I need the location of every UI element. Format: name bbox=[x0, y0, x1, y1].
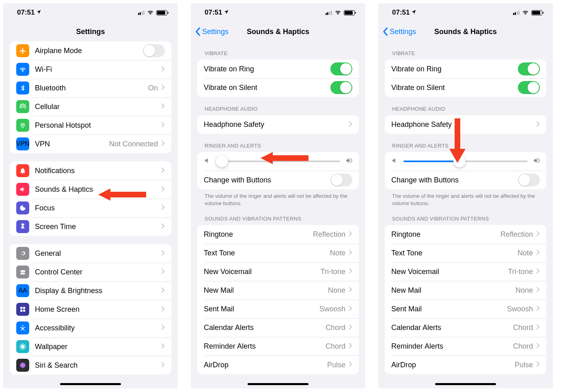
row-label: New Voicemail bbox=[204, 268, 321, 276]
status-time: 07:51 bbox=[392, 9, 410, 17]
chevron-right-icon bbox=[161, 268, 165, 276]
toggle-switch[interactable] bbox=[518, 81, 540, 94]
sound-pattern-row[interactable]: Sent Mail Swoosh bbox=[197, 300, 359, 318]
chevron-right-icon bbox=[349, 343, 352, 350]
sound-pattern-row[interactable]: AirDrop Pulse bbox=[385, 356, 546, 374]
settings-row[interactable]: Wallpaper bbox=[10, 337, 171, 356]
settings-row[interactable]: Notifications bbox=[10, 161, 171, 180]
row-value: Note bbox=[330, 249, 345, 257]
sound-pattern-row[interactable]: Calendar Alerts Chord bbox=[385, 318, 546, 337]
row-label: Bluetooth bbox=[35, 84, 148, 92]
settings-row[interactable]: Wi-Fi bbox=[10, 60, 171, 79]
chevron-right-icon bbox=[161, 362, 165, 369]
ringer-volume-slider-row bbox=[385, 152, 546, 171]
list-row[interactable]: Vibrate on Ring bbox=[385, 60, 546, 78]
row-label: Notifications bbox=[35, 167, 161, 175]
settings-row[interactable]: General bbox=[10, 244, 171, 263]
settings-row[interactable]: Home Screen bbox=[10, 300, 171, 319]
location-icon bbox=[411, 9, 416, 17]
sound-pattern-row[interactable]: New Mail None bbox=[385, 281, 546, 300]
section-header-patterns: SOUNDS AND VIBRATION PATTERNS bbox=[191, 207, 365, 225]
airplane-icon bbox=[16, 44, 29, 57]
volume-high-icon bbox=[533, 157, 540, 166]
settings-row[interactable]: Airplane Mode bbox=[10, 41, 171, 60]
settings-row[interactable]: Siri & Search bbox=[10, 356, 171, 375]
row-label: Text Tone bbox=[204, 249, 330, 257]
row-label: AirDrop bbox=[391, 361, 515, 369]
ringer-volume-slider[interactable] bbox=[216, 161, 340, 162]
location-icon bbox=[224, 9, 229, 17]
footer-note: The volume of the ringer and alerts will… bbox=[191, 189, 365, 207]
ringer-volume-slider[interactable] bbox=[403, 161, 528, 162]
toggle-switch[interactable] bbox=[518, 62, 540, 75]
wallpaper-icon bbox=[16, 340, 29, 353]
row-label: Vibrate on Silent bbox=[204, 84, 330, 92]
row-label: Change with Buttons bbox=[391, 176, 518, 184]
wifi-icon bbox=[147, 9, 154, 17]
list-row[interactable]: Vibrate on Silent bbox=[385, 78, 546, 97]
section-header-vibrate: VIBRATE bbox=[378, 41, 553, 60]
section-header-ringer: RINGER AND ALERTS bbox=[378, 134, 553, 152]
settings-row[interactable]: AA Display & Brightness bbox=[10, 281, 171, 300]
settings-row[interactable]: Control Center bbox=[10, 263, 171, 281]
list-row[interactable]: Headphone Safety bbox=[197, 115, 359, 134]
speaker-icon bbox=[16, 183, 29, 196]
list-row[interactable]: Headphone Safety bbox=[385, 115, 546, 134]
sound-pattern-row[interactable]: Sent Mail Swoosh bbox=[385, 300, 546, 318]
row-value: None bbox=[515, 286, 533, 295]
settings-row[interactable]: Cellular bbox=[10, 97, 171, 116]
settings-row[interactable]: Focus bbox=[10, 199, 171, 217]
sound-pattern-row[interactable]: Ringtone Reflection bbox=[197, 225, 359, 244]
change-with-buttons-row[interactable]: Change with Buttons bbox=[197, 171, 359, 189]
cellular-signal-icon bbox=[138, 10, 145, 15]
chevron-right-icon bbox=[161, 103, 165, 111]
sound-pattern-row[interactable]: Text Tone Note bbox=[197, 244, 359, 262]
sound-pattern-row[interactable]: New Voicemail Tri-tone bbox=[197, 262, 359, 281]
settings-row[interactable]: Bluetooth On bbox=[10, 79, 171, 97]
settings-row[interactable]: Screen Time bbox=[10, 217, 171, 236]
chevron-right-icon bbox=[536, 305, 540, 313]
sound-pattern-row[interactable]: AirDrop Pulse bbox=[197, 356, 359, 374]
row-value: Chord bbox=[326, 342, 345, 351]
chevron-right-icon bbox=[349, 268, 352, 276]
sound-pattern-row[interactable]: Reminder Alerts Chord bbox=[385, 337, 546, 356]
toggle-switch[interactable] bbox=[330, 174, 352, 186]
screenshot-sounds-haptics-mid: 07:51 Settings Sounds & Haptics VIBRATE … bbox=[378, 3, 553, 388]
sound-pattern-row[interactable]: Text Tone Note bbox=[385, 244, 546, 262]
list-row[interactable]: Vibrate on Silent bbox=[197, 78, 359, 97]
toggle-switch[interactable] bbox=[518, 174, 540, 186]
list-row[interactable]: Vibrate on Ring bbox=[197, 60, 359, 78]
page-title: Settings bbox=[76, 28, 105, 36]
cellular-signal-icon bbox=[513, 10, 520, 15]
battery-icon bbox=[344, 10, 355, 15]
screenshot-settings: 07:51 Settings Airplane Mode Wi-Fi Bluet… bbox=[3, 3, 178, 388]
row-label: Focus bbox=[35, 204, 161, 212]
settings-row[interactable]: Sounds & Haptics bbox=[10, 180, 171, 199]
page-title: Sounds & Haptics bbox=[434, 28, 497, 36]
chevron-right-icon bbox=[161, 204, 165, 212]
sound-pattern-row[interactable]: New Voicemail Tri-tone bbox=[385, 262, 546, 281]
settings-group-notifications: Notifications Sounds & Haptics Focus Scr… bbox=[10, 161, 171, 236]
sound-pattern-row[interactable]: Ringtone Reflection bbox=[385, 225, 546, 244]
row-value: Swoosh bbox=[507, 305, 533, 313]
back-button[interactable]: Settings bbox=[195, 27, 229, 36]
toggle-switch[interactable] bbox=[330, 81, 352, 94]
settings-row[interactable]: VPN VPN Not Connected bbox=[10, 135, 171, 153]
nav-bar: Settings Sounds & Haptics bbox=[191, 22, 365, 41]
sound-pattern-row[interactable]: Reminder Alerts Chord bbox=[197, 337, 359, 356]
chevron-right-icon bbox=[349, 361, 352, 369]
change-with-buttons-row[interactable]: Change with Buttons bbox=[385, 171, 546, 189]
location-icon bbox=[36, 9, 41, 17]
footer-note: The volume of the ringer and alerts will… bbox=[378, 189, 553, 207]
siri-icon bbox=[16, 359, 29, 372]
settings-row[interactable]: Accessibility bbox=[10, 319, 171, 337]
toggle-switch[interactable] bbox=[330, 62, 352, 75]
row-label: Headphone Safety bbox=[391, 120, 536, 129]
back-button[interactable]: Settings bbox=[382, 27, 416, 36]
settings-row[interactable]: Personal Hotspot bbox=[10, 116, 171, 135]
toggle-switch[interactable] bbox=[143, 44, 165, 57]
sound-pattern-row[interactable]: Calendar Alerts Chord bbox=[197, 318, 359, 337]
sound-pattern-row[interactable]: New Mail None bbox=[197, 281, 359, 300]
volume-low-icon bbox=[391, 157, 399, 166]
svg-point-4 bbox=[22, 325, 24, 326]
